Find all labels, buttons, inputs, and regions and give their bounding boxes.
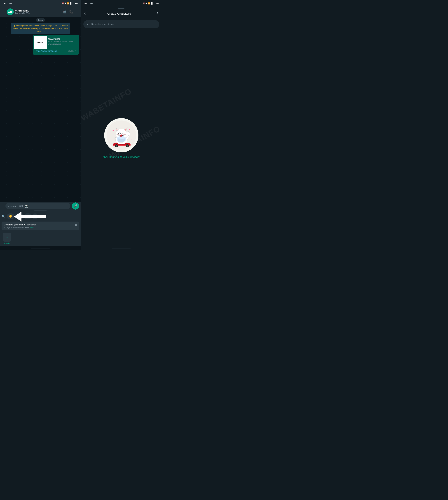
sticker-create-row: ✦ Create	[0, 232, 81, 246]
sheet-handle	[81, 7, 162, 9]
sticker-preview: ✦ ✦ ✦	[104, 118, 138, 152]
status-icons-right: ⏰ ✱ 📶 ▐▐ ○ 98%	[143, 2, 159, 4]
read-receipt-icon: ✓✓	[73, 50, 76, 52]
message-input[interactable]: Message ⌨ 📷	[5, 203, 70, 209]
status-icons-left: ⏰ ✱ 📶 ▐▐ ○ 98%	[62, 2, 78, 4]
date-badge: Today	[36, 18, 45, 22]
status-bar-right: 10:47 Wear ⏰ ✱ 📶 ▐▐ ○ 98%	[81, 0, 162, 7]
time-right: 10:47	[83, 2, 89, 5]
sparkle-icon: ✦	[86, 22, 89, 26]
svg-point-27	[117, 136, 126, 142]
status-bar-left: 10:47 Wear ⏰ ✱ 📶 ▐▐ ○ 98%	[0, 0, 81, 7]
handle-bar-right	[118, 8, 125, 9]
avatar: WBI	[7, 8, 14, 15]
voice-call-icon[interactable]: 📞	[69, 10, 73, 14]
create-sticker-icon: ✦	[3, 233, 11, 242]
svg-text:✦: ✦	[129, 129, 130, 131]
create-sticker-button[interactable]: ✦ Create	[1, 233, 13, 244]
back-button[interactable]: ←	[2, 10, 5, 14]
signal-icon: ▐▐	[70, 2, 72, 4]
more-options-icon[interactable]: ⋮	[76, 10, 79, 14]
ai-promo-title: Generate your own AI stickers!	[4, 223, 75, 226]
bluetooth-icon: ✱	[64, 2, 66, 4]
create-label: Create	[4, 242, 10, 244]
keyboard-icon[interactable]: ⌨	[19, 204, 23, 208]
sticker-tab-emoji[interactable]: 😊	[7, 214, 14, 219]
describe-row: ✦ Describe your sticker	[81, 18, 162, 31]
contact-info[interactable]: WABetaInfo last seen Fri 23:41	[15, 9, 61, 14]
chat-background: Today 🔒 Messages and calls are end-to-en…	[0, 17, 81, 202]
sticker-caption: "Cat laughing on a skateboard"	[103, 156, 140, 158]
left-panel: 10:47 Wear ⏰ ✱ 📶 ▐▐ ○ 98% ← WBI WABetaIn…	[0, 0, 81, 250]
ai-promo-close-button[interactable]: ✕	[75, 223, 77, 227]
nav-bar-right	[112, 248, 131, 249]
arrow-body	[21, 215, 46, 218]
ai-promo-try-link[interactable]: Try it	[30, 226, 34, 229]
mic-button[interactable]: 🎤	[72, 203, 79, 210]
svg-text:✦: ✦	[130, 138, 132, 141]
describe-input-box[interactable]: ✦ Describe your sticker	[83, 20, 159, 28]
alarm-icon-r: ⏰	[143, 2, 145, 4]
link-preview-desc: WhatsApp beta news for Androi...	[48, 40, 76, 43]
chat-header: ← WBI WABetaInfo last seen Fri 23:41 📹 📞…	[0, 7, 81, 17]
link-preview-bubble: ↩ ABETAINF WABetaInfo WhatsApp beta news…	[33, 35, 79, 55]
ai-promo-subtitle: Turn your ideas into stickers. Try it	[4, 226, 75, 229]
bottom-nav-right	[81, 246, 162, 250]
svg-point-4	[116, 145, 117, 147]
link-url[interactable]: https://wabetainfo.com	[36, 50, 58, 52]
input-bar: + Message ⌨ 📷 🎤	[0, 202, 81, 210]
battery-icon-r: ○	[154, 2, 155, 4]
describe-placeholder: Describe your sticker	[91, 23, 156, 26]
svg-point-16	[121, 134, 122, 135]
link-preview-title: WABetaInfo	[48, 38, 76, 40]
contact-status: last seen Fri 23:41	[15, 12, 61, 14]
wear-label-right: Wear	[89, 3, 93, 4]
bluetooth-icon-r: ✱	[145, 2, 147, 4]
arrow-overlay	[14, 212, 48, 221]
sparkle-create-icon: ✦	[6, 235, 8, 239]
message-time: 10:46 ✓✓	[68, 50, 76, 52]
emoji-icon: 😊	[9, 215, 12, 218]
chat-header-icons: 📹 📞 ⋮	[63, 10, 79, 14]
signal-icon-r: ▐▐	[151, 2, 153, 4]
handle-bar	[34, 211, 47, 211]
contact-name: WABetaInfo	[15, 9, 61, 12]
create-title: Create AI stickers	[89, 12, 150, 16]
create-ai-header: ✕ Create AI stickers ⋮	[81, 9, 162, 18]
ai-promo-text: Generate your own AI stickers! Turn your…	[4, 223, 75, 229]
link-preview-image: ABETAINF	[34, 36, 47, 49]
link-preview-url-small: wabetainfo.com	[48, 43, 76, 45]
right-panel: 10:47 Wear ⏰ ✱ 📶 ▐▐ ○ 98% ✕ Create AI st…	[81, 0, 162, 250]
time-left: 10:47	[2, 2, 8, 5]
sticker-search-icon[interactable]: 🔍	[2, 215, 5, 218]
wifi-icon: 📶	[67, 2, 69, 4]
svg-point-6	[127, 145, 128, 147]
battery-pct-left: 98%	[75, 2, 78, 4]
camera-icon[interactable]: 📷	[25, 204, 28, 208]
close-button[interactable]: ✕	[83, 12, 86, 16]
cat-sticker-svg: ✦ ✦ ✦	[106, 120, 137, 151]
more-options-button[interactable]: ⋮	[156, 12, 159, 16]
alarm-icon: ⏰	[62, 2, 64, 4]
svg-text:✦: ✦	[112, 129, 114, 132]
battery-icon: ○	[73, 2, 74, 4]
message-placeholder: Message	[8, 205, 17, 207]
watermark-left: WABETAINFO	[81, 86, 133, 123]
attach-button[interactable]: +	[2, 204, 4, 208]
system-message[interactable]: 🔒 Messages and calls are end-to-end encr…	[11, 23, 70, 34]
sticker-preview-area: WABETAINFO WABETAINFO	[81, 31, 162, 246]
video-call-icon[interactable]: 📹	[63, 10, 66, 14]
wifi-icon-r: 📶	[148, 2, 150, 4]
mic-icon: 🎤	[74, 204, 78, 208]
bottom-nav-left	[0, 246, 81, 250]
big-arrow	[14, 212, 48, 221]
battery-pct-right: 98%	[156, 2, 159, 4]
ai-promo-banner: Generate your own AI stickers! Turn your…	[1, 221, 79, 230]
wear-label-left: Wear	[9, 3, 12, 4]
nav-bar-left	[31, 248, 50, 249]
arrow-head	[14, 212, 21, 221]
